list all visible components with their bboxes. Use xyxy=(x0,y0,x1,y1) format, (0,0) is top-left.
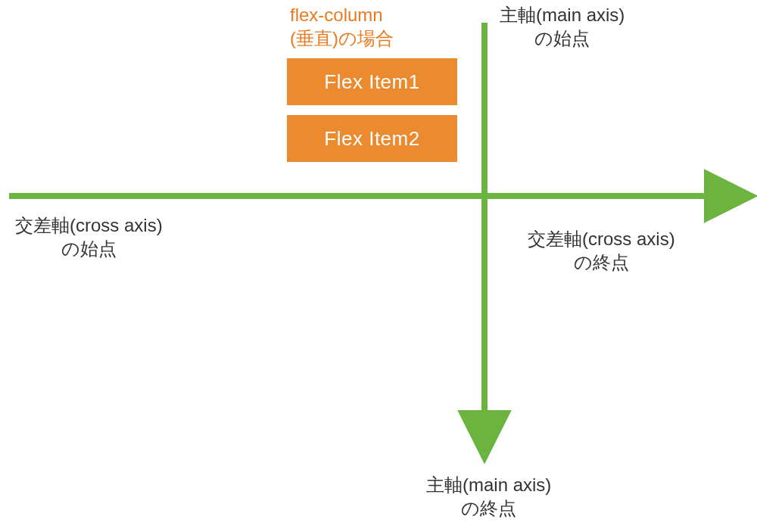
main-start-line1: 主軸(main axis) xyxy=(500,5,625,25)
title-line2: (垂直)の場合 xyxy=(290,28,394,48)
cross-end-line2: の終点 xyxy=(574,252,629,272)
cross-start-line1: 交差軸(cross axis) xyxy=(15,215,163,235)
cross-start-line2: の始点 xyxy=(61,238,117,259)
main-end-line1: 主軸(main axis) xyxy=(426,474,551,495)
main-start-line2: の始点 xyxy=(534,28,590,48)
cross-axis-end-label: 交差軸(cross axis) の終点 xyxy=(528,227,675,274)
title-line1: flex-column xyxy=(290,5,383,25)
flex-item-1-label: Flex Item1 xyxy=(324,70,419,94)
main-end-line2: の終点 xyxy=(461,498,516,518)
main-axis-start-label: 主軸(main axis) の始点 xyxy=(500,3,625,50)
flex-item-2-label: Flex Item2 xyxy=(324,127,419,151)
main-axis-end-label: 主軸(main axis) の終点 xyxy=(426,473,551,520)
flex-item-2: Flex Item2 xyxy=(287,115,457,162)
diagram-title: flex-column (垂直)の場合 xyxy=(290,3,394,50)
cross-end-line1: 交差軸(cross axis) xyxy=(528,229,675,249)
flex-item-1: Flex Item1 xyxy=(287,58,457,105)
cross-axis-start-label: 交差軸(cross axis) の始点 xyxy=(15,213,163,260)
